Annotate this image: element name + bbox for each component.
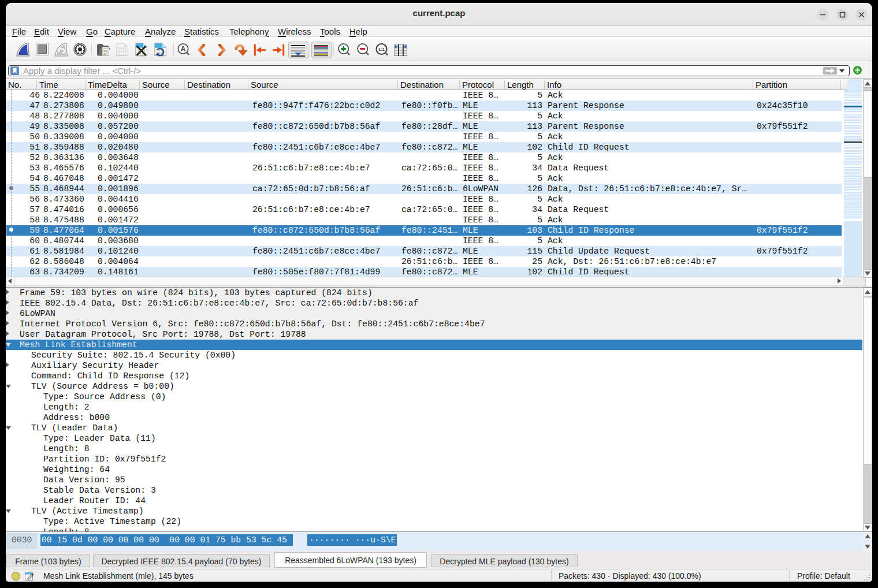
svg-text:1:1: 1:1 bbox=[378, 47, 385, 52]
svg-text:A: A bbox=[180, 45, 185, 53]
svg-text:0111: 0111 bbox=[118, 53, 127, 57]
